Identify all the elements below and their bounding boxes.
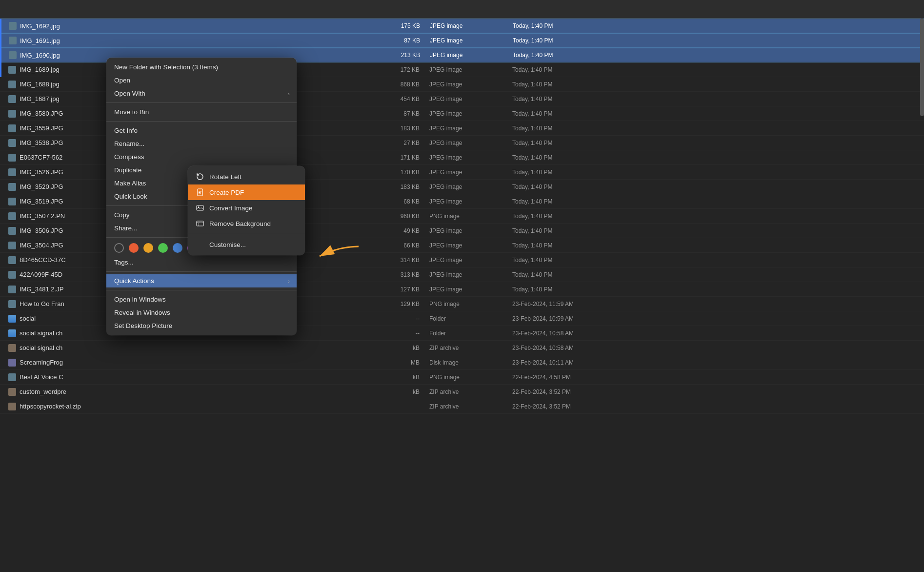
file-size: 127 KB bbox=[361, 286, 420, 293]
file-kind: JPEG image bbox=[429, 154, 502, 161]
submenu-divider bbox=[188, 234, 305, 234]
file-date: Today, 1:40 PM bbox=[512, 169, 634, 176]
quick-action-create-pdf[interactable]: Create PDF bbox=[188, 184, 305, 200]
menu-item-tags[interactable]: Tags... bbox=[106, 256, 297, 269]
file-kind: ZIP archive bbox=[429, 403, 502, 410]
menu-divider bbox=[106, 290, 297, 290]
quick-action-label: Rotate Left bbox=[209, 173, 241, 181]
menu-item-label: Duplicate bbox=[114, 166, 141, 174]
file-row[interactable]: custom_wordprekBZIP archive22-Feb-2024, … bbox=[0, 385, 924, 399]
file-size: 314 KB bbox=[361, 257, 420, 264]
menu-item-label: Copy bbox=[114, 211, 130, 219]
file-icon-img bbox=[8, 227, 16, 235]
menu-item-label: Get Info bbox=[114, 127, 138, 134]
color-dot-orange[interactable] bbox=[143, 243, 153, 253]
file-icon bbox=[8, 402, 17, 411]
file-size: 87 KB bbox=[362, 37, 420, 44]
file-date: Today, 1:40 PM bbox=[512, 81, 634, 88]
color-dot-red[interactable] bbox=[129, 243, 139, 253]
file-row[interactable]: ScreamingFrogMBDisk Image23-Feb-2024, 10… bbox=[0, 355, 924, 370]
color-dot-none[interactable] bbox=[114, 243, 124, 253]
file-icon-img bbox=[8, 198, 16, 205]
file-name: social signal ch bbox=[20, 344, 361, 351]
menu-item-reveal-in-windows[interactable]: Reveal in Windows bbox=[106, 306, 297, 319]
finder-window: IMG_1692.jpg175 KBJPEG imageToday, 1:40 … bbox=[0, 0, 924, 572]
file-date: Today, 1:40 PM bbox=[513, 22, 635, 29]
file-size: 313 KB bbox=[361, 271, 420, 278]
menu-item-open[interactable]: Open bbox=[106, 74, 297, 87]
menu-item-open-in-windows[interactable]: Open in Windows bbox=[106, 293, 297, 306]
file-date: 23-Feb-2024, 10:58 AM bbox=[512, 330, 634, 337]
file-icon-img bbox=[8, 154, 16, 162]
quick-action-customise[interactable]: Customise... bbox=[188, 237, 305, 252]
color-dot-blue[interactable] bbox=[173, 243, 182, 253]
convert-image-icon bbox=[196, 204, 204, 212]
file-icon bbox=[8, 358, 17, 367]
file-size: 68 KB bbox=[361, 198, 420, 205]
quick-action-convert-image[interactable]: Convert Image bbox=[188, 200, 305, 216]
menu-item-label: Open bbox=[114, 77, 130, 84]
file-icon bbox=[8, 373, 17, 382]
file-icon bbox=[8, 153, 17, 162]
menu-divider bbox=[106, 271, 297, 272]
menu-item-quick-actions[interactable]: Quick Actions› bbox=[106, 274, 297, 287]
file-icon-img bbox=[8, 183, 16, 191]
file-kind: JPEG image bbox=[429, 257, 502, 264]
menu-item-new-folder[interactable]: New Folder with Selection (3 Items) bbox=[106, 61, 297, 74]
menu-item-get-info[interactable]: Get Info bbox=[106, 124, 297, 137]
svg-rect-3 bbox=[197, 221, 203, 226]
file-row[interactable]: social signal chkBZIP archive23-Feb-2024… bbox=[0, 341, 924, 355]
menu-item-move-to-bin[interactable]: Move to Bin bbox=[106, 105, 297, 119]
file-date: Today, 1:40 PM bbox=[512, 140, 634, 146]
file-icon-img bbox=[8, 388, 16, 396]
file-date: 22-Feb-2024, 3:52 PM bbox=[512, 403, 634, 410]
file-size: kB bbox=[361, 374, 420, 381]
file-icon bbox=[8, 36, 17, 45]
file-row[interactable]: Best AI Voice CkBPNG image22-Feb-2024, 4… bbox=[0, 370, 924, 385]
file-row[interactable]: httpscopyrocket-ai.zipZIP archive22-Feb-… bbox=[0, 399, 924, 414]
file-date: Today, 1:40 PM bbox=[512, 96, 634, 102]
file-kind: JPEG image bbox=[429, 227, 502, 234]
scrollbar[interactable] bbox=[920, 19, 924, 116]
customise-icon bbox=[196, 240, 204, 249]
file-name: custom_wordpre bbox=[20, 388, 361, 395]
file-kind: JPEG image bbox=[430, 37, 503, 44]
quick-action-remove-background[interactable]: Remove Background bbox=[188, 216, 305, 231]
quick-action-rotate-left[interactable]: Rotate Left bbox=[188, 169, 305, 184]
file-icon bbox=[8, 256, 17, 265]
file-icon bbox=[8, 241, 17, 250]
file-kind: Folder bbox=[429, 315, 502, 322]
file-date: Today, 1:40 PM bbox=[513, 37, 635, 44]
quick-action-label: Create PDF bbox=[209, 189, 244, 196]
menu-item-label: Move to Bin bbox=[114, 108, 149, 116]
file-icon-img bbox=[9, 37, 17, 44]
file-kind: JPEG image bbox=[429, 140, 502, 146]
menu-item-rename[interactable]: Rename... bbox=[106, 137, 297, 150]
file-kind: Folder bbox=[429, 330, 502, 337]
file-icon bbox=[8, 344, 17, 352]
submenu-arrow-icon: › bbox=[288, 278, 290, 284]
file-row[interactable]: IMG_1691.jpg87 KBJPEG imageToday, 1:40 P… bbox=[0, 33, 924, 48]
file-size: 171 KB bbox=[361, 154, 420, 161]
file-icon-img bbox=[8, 168, 16, 176]
quick-action-label: Convert Image bbox=[209, 204, 253, 212]
finder-header bbox=[0, 0, 924, 19]
file-icon bbox=[8, 95, 17, 103]
file-icon bbox=[8, 183, 17, 191]
menu-item-set-desktop-picture[interactable]: Set Desktop Picture bbox=[106, 319, 297, 332]
file-date: Today, 1:40 PM bbox=[512, 271, 634, 278]
color-dot-green[interactable] bbox=[158, 243, 168, 253]
file-kind: ZIP archive bbox=[429, 388, 502, 395]
menu-item-compress[interactable]: Compress bbox=[106, 150, 297, 163]
file-icon-img bbox=[8, 359, 16, 367]
file-row[interactable]: IMG_1692.jpg175 KBJPEG imageToday, 1:40 … bbox=[0, 19, 924, 33]
file-size: 213 KB bbox=[362, 52, 420, 59]
file-icon-img bbox=[8, 110, 16, 118]
menu-item-label: Quick Look bbox=[114, 193, 147, 200]
file-size: 170 KB bbox=[361, 169, 420, 176]
file-date: Today, 1:40 PM bbox=[512, 184, 634, 190]
file-date: Today, 1:40 PM bbox=[512, 242, 634, 249]
file-icon-img bbox=[8, 271, 16, 279]
file-kind: JPEG image bbox=[429, 96, 502, 102]
menu-item-open-with[interactable]: Open With› bbox=[106, 87, 297, 100]
